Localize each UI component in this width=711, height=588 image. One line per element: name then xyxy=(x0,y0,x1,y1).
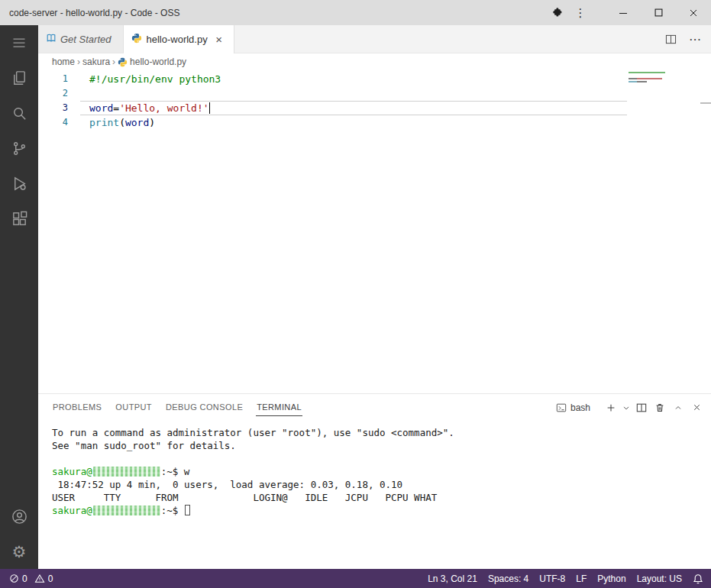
split-terminal-icon[interactable] xyxy=(633,399,650,416)
terminal-text: :~$ xyxy=(161,505,184,516)
close-panel-icon[interactable] xyxy=(688,399,705,416)
terminal-shell-entry[interactable]: bash xyxy=(556,402,590,413)
title-bar: code-server - hello-world.py - Code - OS… xyxy=(0,0,711,25)
terminal-line: USER TTY FROM LOGIN@ IDLE JCPU PCPU WHAT xyxy=(52,491,697,504)
panel-tab-problems[interactable]: PROBLEMS xyxy=(52,399,102,416)
bottom-panel: PROBLEMSOUTPUTDEBUG CONSOLETERMINAL bash xyxy=(38,393,711,569)
panel-tab-terminal[interactable]: TERMINAL xyxy=(256,399,302,416)
editor-actions: ⋯ xyxy=(662,25,711,53)
chevron-down-icon[interactable] xyxy=(621,399,632,416)
source-control-icon[interactable] xyxy=(0,131,38,166)
terminal-text: sakura@ xyxy=(52,466,92,477)
code-token: word xyxy=(89,102,113,114)
terminal-line: See "man sudo_root" for details. xyxy=(52,439,697,452)
warning-count: 0 xyxy=(48,573,53,584)
cursor-position[interactable]: Ln 3, Col 21 xyxy=(422,573,483,584)
status-bar: 0 0 Ln 3, Col 21Spaces: 4UTF-8LFPythonLa… xyxy=(0,569,711,588)
terminal-icon xyxy=(556,402,567,413)
code-token: ( xyxy=(119,117,125,128)
code-line[interactable]: 4print(word) xyxy=(38,115,627,130)
problems-status[interactable]: 0 0 xyxy=(6,573,60,584)
keyboard-layout[interactable]: Layout: US xyxy=(632,573,687,584)
redacted-hostname xyxy=(93,467,160,477)
maximize-button[interactable] xyxy=(641,0,676,25)
tab-label: hello-world.py xyxy=(146,34,207,45)
explorer-icon[interactable] xyxy=(0,60,38,95)
extension-puzzle-icon[interactable] xyxy=(546,0,569,25)
warnings-icon xyxy=(34,573,45,583)
account-icon[interactable] xyxy=(0,499,38,534)
breadcrumb-file[interactable]: hello-world.py xyxy=(118,57,186,67)
code-token: ) xyxy=(149,117,155,128)
terminal-line: 18:47:52 up 4 min, 0 users, load average… xyxy=(52,478,697,491)
line-number[interactable]: 3 xyxy=(38,101,80,115)
eol-sequence[interactable]: LF xyxy=(570,573,592,584)
tab-label: Get Started xyxy=(60,34,111,45)
python-icon xyxy=(131,33,142,46)
terminal-line: sakura@:~$ xyxy=(52,504,697,517)
menu-icon[interactable] xyxy=(0,25,38,60)
panel-tab-debug-console[interactable]: DEBUG CONSOLE xyxy=(165,399,244,416)
split-editor-icon[interactable] xyxy=(662,31,679,48)
minimap-line xyxy=(629,72,700,73)
editor-scrollbar[interactable] xyxy=(700,70,711,393)
terminal-line xyxy=(52,452,697,465)
breadcrumb-file-label: hello-world.py xyxy=(130,57,186,67)
terminal-text: sakura@ xyxy=(52,505,92,516)
terminal-text: :~$ xyxy=(161,466,184,477)
error-count: 0 xyxy=(22,573,27,584)
encoding[interactable]: UTF-8 xyxy=(534,573,570,584)
breadcrumb-sakura[interactable]: sakura xyxy=(82,57,110,67)
breadcrumb-separator: › xyxy=(77,57,80,67)
search-icon[interactable] xyxy=(0,95,38,131)
code-line[interactable]: 1#!/usr/bin/env python3 xyxy=(38,72,627,86)
kebab-menu-icon[interactable]: ⋮ xyxy=(569,0,592,25)
line-number[interactable]: 1 xyxy=(38,72,80,86)
kill-terminal-trash-icon[interactable] xyxy=(651,399,668,416)
tab-hello-world-py[interactable]: hello-world.py × xyxy=(124,25,234,53)
terminal-output[interactable]: To run a command as administrator (user … xyxy=(38,421,711,569)
errors-icon xyxy=(9,573,19,583)
language-mode[interactable]: Python xyxy=(592,573,631,584)
window-title: code-server - hello-world.py - Code - OS… xyxy=(0,8,179,18)
code-text[interactable]: print(word) xyxy=(89,115,155,130)
more-actions-icon[interactable]: ⋯ xyxy=(687,31,703,48)
editor-cursor xyxy=(209,102,211,114)
line-number[interactable]: 4 xyxy=(38,115,80,130)
run-debug-icon[interactable] xyxy=(0,166,38,201)
minimap-line xyxy=(629,78,700,79)
settings-gear-icon[interactable]: ⚙ xyxy=(0,534,38,569)
minimap-line xyxy=(629,81,700,82)
indentation[interactable]: Spaces: 4 xyxy=(483,573,534,584)
terminal-cursor xyxy=(185,505,190,515)
code-token: #!/usr/bin/env python3 xyxy=(89,73,221,85)
code-editor[interactable]: 1#!/usr/bin/env python323word='Hello, wo… xyxy=(38,70,711,393)
workbench: ⚙ Get Started hello-world.py × xyxy=(0,25,711,569)
editor-group: Get Started hello-world.py × ⋯ xyxy=(38,25,711,569)
line-number[interactable]: 2 xyxy=(38,86,80,101)
minimap[interactable] xyxy=(627,70,700,393)
breadcrumb-home[interactable]: home xyxy=(52,57,75,67)
editor-lines: 1#!/usr/bin/env python323word='Hello, wo… xyxy=(38,72,627,130)
close-window-button[interactable] xyxy=(676,0,711,25)
code-text[interactable]: word='Hello, world!' xyxy=(89,101,210,115)
overview-ruler-cursor-mark xyxy=(700,102,711,104)
close-tab-icon[interactable]: × xyxy=(212,33,226,47)
minimize-button[interactable] xyxy=(606,0,641,25)
statusbar-right: Ln 3, Col 21Spaces: 4UTF-8LFPythonLayout… xyxy=(422,573,705,584)
extensions-icon[interactable] xyxy=(0,201,38,236)
tab-get-started[interactable]: Get Started xyxy=(38,25,124,53)
terminal-text: 18:47:52 up 4 min, 0 users, load average… xyxy=(52,479,402,490)
code-line[interactable]: 2 xyxy=(38,86,627,101)
breadcrumb-separator: › xyxy=(112,57,115,67)
code-line[interactable]: 3word='Hello, world!' xyxy=(38,101,627,115)
maximize-panel-icon[interactable] xyxy=(670,399,687,416)
code-text[interactable]: #!/usr/bin/env python3 xyxy=(89,72,221,86)
shell-label: bash xyxy=(570,402,590,413)
panel-actions: bash xyxy=(556,399,705,416)
panel-header: PROBLEMSOUTPUTDEBUG CONSOLETERMINAL bash xyxy=(38,394,711,421)
titlebar-actions: ⋮ xyxy=(546,0,711,25)
notifications-bell-icon[interactable] xyxy=(687,573,705,584)
new-terminal-icon[interactable] xyxy=(603,399,619,416)
panel-tab-output[interactable]: OUTPUT xyxy=(115,399,153,416)
